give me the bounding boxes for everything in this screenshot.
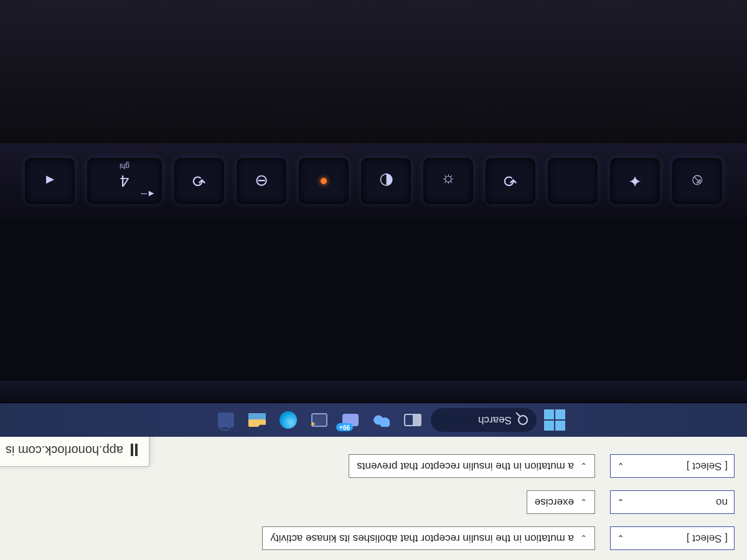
folder-icon <box>248 413 266 427</box>
key-sublabel: ghi <box>120 162 129 170</box>
chevron-down-icon: ⌄ <box>617 461 624 471</box>
physical-key: ✦ <box>610 158 660 204</box>
chevron-down-icon: ⌄ <box>617 533 624 543</box>
start-button[interactable] <box>542 407 568 433</box>
physical-key: ⟲ <box>486 158 535 204</box>
physical-key <box>548 158 598 204</box>
laptop-hinge <box>0 381 747 403</box>
option-text: a mutation in the insulin receptor that … <box>270 532 574 544</box>
physical-key: ⊖ <box>237 158 286 204</box>
honorlock-notification[interactable]: app.honorlock.com is <box>0 434 149 467</box>
match-option-2[interactable]: ⌄ exercise <box>527 490 595 514</box>
physical-key: ◐ <box>361 158 411 204</box>
quiz-row: [ Select ] ⌄ ⌄ a mutation in the insulin… <box>0 520 747 556</box>
windows-taskbar: Search 99+ <box>0 403 747 437</box>
option-text: exercise <box>535 496 574 508</box>
quiz-row: no ⌄ ⌄ exercise <box>0 484 747 520</box>
physical-key-4: 4 ◄─ ghi <box>87 158 162 204</box>
edge-icon <box>280 411 297 429</box>
select-label: [ Select ] <box>687 460 728 472</box>
physical-key: ⎋ <box>672 158 722 204</box>
answer-select-2[interactable]: no ⌄ <box>610 490 735 514</box>
snipping-tool-button[interactable] <box>306 407 332 433</box>
physical-key: ☼ <box>423 158 473 204</box>
key-label: 4 <box>120 172 129 191</box>
edge-button[interactable] <box>275 407 301 433</box>
chevron-down-icon: ⌄ <box>580 462 587 471</box>
chevron-down-icon: ⌄ <box>580 498 587 507</box>
physical-key <box>299 158 349 204</box>
chat-icon: 99+ <box>342 414 359 426</box>
select-label: [ Select ] <box>687 532 728 544</box>
chevron-down-icon: ⌄ <box>580 534 587 543</box>
task-view-icon <box>404 414 421 426</box>
laptop-physical-area: ⎋ ✦ ⟲ ☼ ◐ ⊖ ⟲ 4 ◄─ ghi ◂ <box>0 0 747 403</box>
task-view-button[interactable] <box>400 407 426 433</box>
select-label: no <box>716 496 728 508</box>
match-option-1[interactable]: ⌄ a mutation in the insulin receptor tha… <box>262 526 595 550</box>
store-icon <box>218 413 234 427</box>
pause-icon <box>131 444 138 457</box>
chat-badge: 99+ <box>336 423 353 431</box>
file-explorer-button[interactable] <box>244 407 270 433</box>
widgets-button[interactable] <box>369 407 395 433</box>
physical-key: ◂ <box>25 158 75 204</box>
physical-key: ⟲ <box>174 158 224 204</box>
windows-logo-icon <box>544 409 565 431</box>
chat-button[interactable]: 99+ <box>337 407 364 433</box>
answer-select-1[interactable]: [ Select ] ⌄ <box>610 526 735 550</box>
chevron-down-icon: ⌄ <box>617 497 624 507</box>
taskbar-search[interactable]: Search <box>431 408 537 432</box>
search-icon <box>518 415 528 425</box>
keyboard-row: ⎋ ✦ ⟲ ☼ ◐ ⊖ ⟲ 4 ◄─ ghi ◂ <box>0 143 747 219</box>
snipping-tool-icon <box>311 413 327 427</box>
search-placeholder: Search <box>478 414 512 426</box>
option-text: a mutation in the insulin receptor that … <box>357 460 574 472</box>
notification-text: app.honorlock.com is <box>6 443 123 457</box>
widgets-icon <box>374 413 390 427</box>
store-button[interactable] <box>213 407 239 433</box>
match-option-3[interactable]: ⌄ a mutation in the insulin receptor tha… <box>349 454 595 478</box>
answer-select-3[interactable]: [ Select ] ⌄ <box>610 454 735 478</box>
